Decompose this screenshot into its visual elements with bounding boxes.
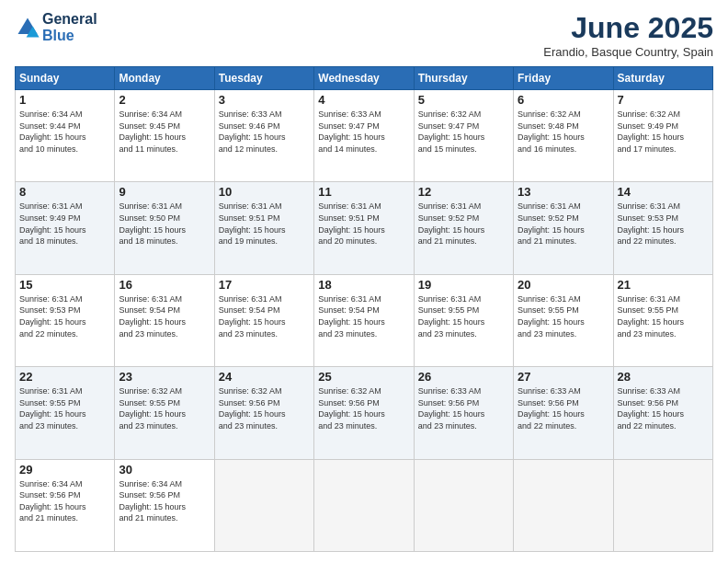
calendar-cell: 7Sunrise: 6:32 AM Sunset: 9:49 PM Daylig… [613,90,712,182]
cell-info: Sunrise: 6:34 AM Sunset: 9:56 PM Dayligh… [119,478,210,524]
cell-info: Sunrise: 6:33 AM Sunset: 9:56 PM Dayligh… [518,385,609,431]
weekday-header-sunday: Sunday [16,67,115,90]
day-number: 5 [418,93,509,107]
calendar-cell: 25Sunrise: 6:32 AM Sunset: 9:56 PM Dayli… [314,367,414,459]
calendar-cell [514,459,613,551]
cell-info: Sunrise: 6:31 AM Sunset: 9:49 PM Dayligh… [19,201,110,247]
day-number: 11 [318,185,409,199]
calendar-cell: 29Sunrise: 6:34 AM Sunset: 9:56 PM Dayli… [16,459,115,551]
cell-info: Sunrise: 6:34 AM Sunset: 9:44 PM Dayligh… [19,109,110,155]
calendar-cell: 28Sunrise: 6:33 AM Sunset: 9:56 PM Dayli… [613,367,712,459]
cell-info: Sunrise: 6:31 AM Sunset: 9:53 PM Dayligh… [19,293,110,339]
day-number: 9 [119,185,210,199]
cell-info: Sunrise: 6:31 AM Sunset: 9:54 PM Dayligh… [219,293,310,339]
calendar-cell: 17Sunrise: 6:31 AM Sunset: 9:54 PM Dayli… [214,274,313,366]
calendar-week-4: 22Sunrise: 6:31 AM Sunset: 9:55 PM Dayli… [16,367,713,459]
calendar-cell [414,459,513,551]
day-number: 12 [418,185,509,199]
calendar-cell: 4Sunrise: 6:33 AM Sunset: 9:47 PM Daylig… [314,90,414,182]
calendar-cell: 22Sunrise: 6:31 AM Sunset: 9:55 PM Dayli… [16,367,115,459]
day-number: 23 [119,370,210,384]
cell-info: Sunrise: 6:33 AM Sunset: 9:46 PM Dayligh… [219,109,310,155]
day-number: 30 [119,463,210,477]
calendar-cell: 16Sunrise: 6:31 AM Sunset: 9:54 PM Dayli… [115,274,214,366]
cell-info: Sunrise: 6:33 AM Sunset: 9:56 PM Dayligh… [418,385,509,431]
calendar-week-5: 29Sunrise: 6:34 AM Sunset: 9:56 PM Dayli… [16,459,713,551]
cell-info: Sunrise: 6:32 AM Sunset: 9:47 PM Dayligh… [418,109,509,155]
cell-info: Sunrise: 6:31 AM Sunset: 9:54 PM Dayligh… [318,293,409,339]
calendar-cell [314,459,414,551]
day-number: 28 [618,370,709,384]
calendar-table: SundayMondayTuesdayWednesdayThursdayFrid… [15,66,713,552]
calendar-cell: 10Sunrise: 6:31 AM Sunset: 9:51 PM Dayli… [214,182,313,274]
cell-info: Sunrise: 6:31 AM Sunset: 9:51 PM Dayligh… [318,201,409,247]
page: General Blue June 2025 Erandio, Basque C… [0,0,728,563]
weekday-header-friday: Friday [514,67,613,90]
cell-info: Sunrise: 6:32 AM Sunset: 9:56 PM Dayligh… [219,385,310,431]
day-number: 2 [119,93,210,107]
calendar-cell: 12Sunrise: 6:31 AM Sunset: 9:52 PM Dayli… [414,182,513,274]
weekday-header-saturday: Saturday [613,67,712,90]
cell-info: Sunrise: 6:31 AM Sunset: 9:54 PM Dayligh… [119,293,210,339]
day-number: 21 [618,278,709,292]
weekday-header-thursday: Thursday [414,67,513,90]
logo-icon [15,15,40,40]
calendar-cell: 27Sunrise: 6:33 AM Sunset: 9:56 PM Dayli… [514,367,613,459]
day-number: 17 [219,278,310,292]
day-number: 10 [219,185,310,199]
cell-info: Sunrise: 6:32 AM Sunset: 9:55 PM Dayligh… [119,385,210,431]
cell-info: Sunrise: 6:31 AM Sunset: 9:52 PM Dayligh… [418,201,509,247]
calendar-cell: 26Sunrise: 6:33 AM Sunset: 9:56 PM Dayli… [414,367,513,459]
cell-info: Sunrise: 6:32 AM Sunset: 9:49 PM Dayligh… [618,109,709,155]
cell-info: Sunrise: 6:31 AM Sunset: 9:52 PM Dayligh… [518,201,609,247]
calendar-cell: 30Sunrise: 6:34 AM Sunset: 9:56 PM Dayli… [115,459,214,551]
calendar-cell [613,459,712,551]
cell-info: Sunrise: 6:31 AM Sunset: 9:53 PM Dayligh… [618,201,709,247]
day-number: 7 [618,93,709,107]
day-number: 19 [418,278,509,292]
header: General Blue June 2025 Erandio, Basque C… [15,11,713,59]
day-number: 14 [618,185,709,199]
calendar-cell: 9Sunrise: 6:31 AM Sunset: 9:50 PM Daylig… [115,182,214,274]
day-number: 3 [219,93,310,107]
weekday-header-tuesday: Tuesday [214,67,313,90]
calendar-week-2: 8Sunrise: 6:31 AM Sunset: 9:49 PM Daylig… [16,182,713,274]
calendar-cell: 24Sunrise: 6:32 AM Sunset: 9:56 PM Dayli… [214,367,313,459]
day-number: 22 [19,370,110,384]
day-number: 1 [19,93,110,107]
title-block: June 2025 Erandio, Basque Country, Spain [543,11,713,59]
calendar-cell: 23Sunrise: 6:32 AM Sunset: 9:55 PM Dayli… [115,367,214,459]
day-number: 8 [19,185,110,199]
logo: General Blue [15,11,97,44]
location: Erandio, Basque Country, Spain [543,45,713,59]
calendar-cell: 14Sunrise: 6:31 AM Sunset: 9:53 PM Dayli… [613,182,712,274]
calendar-cell: 5Sunrise: 6:32 AM Sunset: 9:47 PM Daylig… [414,90,513,182]
weekday-header-wednesday: Wednesday [314,67,414,90]
calendar-cell: 15Sunrise: 6:31 AM Sunset: 9:53 PM Dayli… [16,274,115,366]
calendar-week-3: 15Sunrise: 6:31 AM Sunset: 9:53 PM Dayli… [16,274,713,366]
calendar-week-1: 1Sunrise: 6:34 AM Sunset: 9:44 PM Daylig… [16,90,713,182]
calendar-cell: 19Sunrise: 6:31 AM Sunset: 9:55 PM Dayli… [414,274,513,366]
calendar-cell: 1Sunrise: 6:34 AM Sunset: 9:44 PM Daylig… [16,90,115,182]
cell-info: Sunrise: 6:31 AM Sunset: 9:55 PM Dayligh… [19,385,110,431]
calendar-cell: 18Sunrise: 6:31 AM Sunset: 9:54 PM Dayli… [314,274,414,366]
day-number: 29 [19,463,110,477]
cell-info: Sunrise: 6:31 AM Sunset: 9:55 PM Dayligh… [418,293,509,339]
day-number: 4 [318,93,409,107]
day-number: 24 [219,370,310,384]
calendar-cell: 13Sunrise: 6:31 AM Sunset: 9:52 PM Dayli… [514,182,613,274]
cell-info: Sunrise: 6:31 AM Sunset: 9:51 PM Dayligh… [219,201,310,247]
day-number: 20 [518,278,609,292]
day-number: 13 [518,185,609,199]
cell-info: Sunrise: 6:31 AM Sunset: 9:50 PM Dayligh… [119,201,210,247]
calendar-cell: 21Sunrise: 6:31 AM Sunset: 9:55 PM Dayli… [613,274,712,366]
calendar-cell: 3Sunrise: 6:33 AM Sunset: 9:46 PM Daylig… [214,90,313,182]
cell-info: Sunrise: 6:32 AM Sunset: 9:48 PM Dayligh… [518,109,609,155]
calendar-cell: 8Sunrise: 6:31 AM Sunset: 9:49 PM Daylig… [16,182,115,274]
calendar-cell: 2Sunrise: 6:34 AM Sunset: 9:45 PM Daylig… [115,90,214,182]
day-number: 15 [19,278,110,292]
calendar-cell: 11Sunrise: 6:31 AM Sunset: 9:51 PM Dayli… [314,182,414,274]
calendar-cell: 6Sunrise: 6:32 AM Sunset: 9:48 PM Daylig… [514,90,613,182]
cell-info: Sunrise: 6:33 AM Sunset: 9:47 PM Dayligh… [318,109,409,155]
day-number: 26 [418,370,509,384]
